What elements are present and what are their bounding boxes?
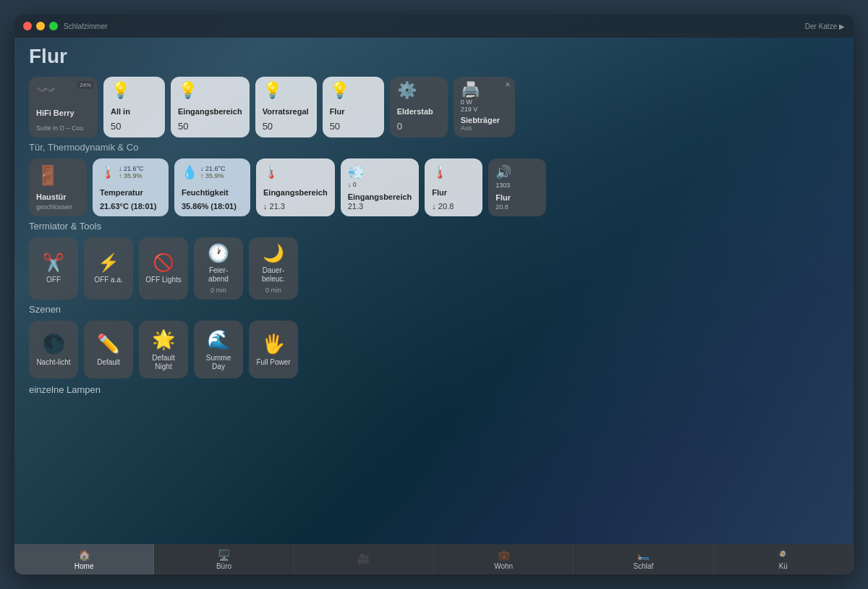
scene-default-night-icon: 🌟 [152,329,175,351]
eingang-hygro-val2: 21.3 [348,202,412,211]
card-vorratsregal[interactable]: 💡 Vorratsregal 50 [255,77,317,137]
flur-sensor-icon: 🔊 [495,164,539,180]
nav-schlaf-label: Schlaf [634,562,654,570]
tool-off-aa-label: OFF a.a. [94,276,122,284]
tool-off-lights-icon: 🚫 [153,253,174,273]
feuch-title: Feuchtigkeit [182,188,243,197]
feuch-icon: 💧 [182,164,197,180]
section-scenes: Szenen [29,304,839,315]
tool-off-aa[interactable]: ⚡ OFF a.a. [84,237,133,300]
hifi-badge: 24% [77,81,93,89]
nav-schlaf-icon: 🛏️ [637,549,650,561]
scene-nachtlicht-icon: 🌑 [42,333,65,355]
main-window: Schlafzimmer Der Katze ▶ Flur 24% 〰️ HiF… [14,14,854,575]
minimize-button[interactable] [36,22,45,30]
vorratsregal-title: Vorratsregal [263,107,310,116]
eingang-hygro-val1: ↓ 0 [348,181,412,188]
nav-wohn[interactable]: 💼 Wohn [434,544,574,575]
eingang-thermo-icon: 🌡️ [263,164,328,180]
card-elderstab[interactable]: ⚙️ Elderstab 0 [390,77,448,137]
main-content: Flur 24% 〰️ HiFi Berry Suite in D – Cou … [14,38,854,544]
tool-off-lights[interactable]: 🚫 OFF Lights [139,237,188,300]
card-flur-light[interactable]: 💡 Flur 50 [323,77,384,137]
card-eingang[interactable]: 💡 Eingangsbereich 50 [171,77,250,137]
feuch-down: ↓ 21.6°C [200,165,226,172]
scene-nachtlicht[interactable]: 🌑 Nacht-licht [29,321,78,378]
temp-title: Temperatur [100,188,161,197]
flur-sensor-val1: 1303 [495,182,539,189]
flur-light-title: Flur [330,107,377,116]
vorratsregal-icon: 💡 [263,82,310,98]
eingang-value: 50 [178,121,242,132]
siebtraeger-badge: ✕ [505,81,511,88]
scene-default[interactable]: ✏️ Default [84,321,133,378]
nav-buero-icon: 🖥️ [218,549,230,561]
haustuer-status: geschlossen [36,203,80,211]
tool-feierabend[interactable]: 🕐 Feier-abend 0 min [194,237,243,300]
tool-dauer-label: Dauer-beleuc. [255,266,292,284]
nav-home[interactable]: 🏠 Home [14,544,154,575]
vorratsregal-value: 50 [263,121,310,132]
hifi-subtitle: Suite in D – Cou [36,124,90,132]
nav-kue-label: Kü [779,562,788,570]
scene-summer-icon: 🌊 [207,329,230,351]
scene-full-power[interactable]: 🖐️ Full Power [249,321,298,378]
flur-light-value: 50 [330,121,377,132]
card-eingang-thermo[interactable]: 🌡️ Eingangsbereich ↓ 21.3 [256,158,335,216]
close-button[interactable] [23,22,32,30]
siebtraeger-volts: 219 V [461,106,508,113]
card-haustuer[interactable]: 🚪 Haustür geschlossen [29,158,87,216]
card-siebtraeger[interactable]: ✕ 🖨️ 0 W 219 V Siebträger Aus [454,77,515,137]
scene-summer-day[interactable]: 🌊 Summe Day [194,321,243,378]
card-temperatur[interactable]: 🌡️ ↓ 21.6°C ↑ 35.9% Temperatur 21.63°C (… [93,158,169,216]
hifi-title: HiFi Berry [36,109,90,117]
card-flur-sensor[interactable]: 🔊 1303 Flur 20.8 [488,158,546,216]
flur-sensor-title: Flur [495,193,539,202]
scene-default-night[interactable]: 🌟 Default Night [139,321,188,378]
tool-dauerbeleuchtung[interactable]: 🌙 Dauer-beleuc. 0 min [249,237,298,300]
scene-full-label: Full Power [256,358,290,367]
temp-down: ↓ 21.6°C [119,165,144,172]
nav-kue[interactable]: 🍳 Kü [714,544,854,575]
feuch-up: ↑ 35.9% [200,172,226,179]
nav-wohn-label: Wohn [494,562,513,570]
flur-thermo-title: Flur [432,188,475,197]
card-eingang-hygro[interactable]: 💨 ↓ 0 Eingangsbereich 21.3 [341,158,420,216]
thermo-row: 🚪 Haustür geschlossen 🌡️ ↓ 21.6°C ↑ 35.9… [29,158,839,216]
tool-off[interactable]: ✂️ OFF [29,237,78,300]
nav-home-label: Home [75,562,94,570]
tool-off-icon: ✂️ [43,253,64,273]
haustuer-title: Haustür [36,192,80,201]
card-hifi[interactable]: 24% 〰️ HiFi Berry Suite in D – Cou [29,77,98,137]
temp-main: 21.63°C (18:01) [100,202,161,211]
elderstab-icon: ⚙️ [397,82,441,98]
scene-summer-label: Summe Day [200,354,237,371]
nav-buero[interactable]: 🖥️ Büro [154,544,294,575]
tool-off-lights-label: OFF Lights [145,276,181,284]
eingang-hygro-title: Eingangsbereich [348,192,412,201]
nav-buero-label: Büro [216,562,231,570]
flur-light-icon: 💡 [330,82,377,98]
allin-value: 50 [111,121,158,132]
tools-row: ✂️ OFF ⚡ OFF a.a. 🚫 OFF Lights 🕐 Feier-a… [29,237,839,300]
flur-thermo-icon: 🌡️ [432,164,475,180]
traffic-lights [23,22,58,30]
scene-nachtlicht-label: Nacht-licht [36,358,70,367]
siebtraeger-icon: 🖨️ [461,82,508,98]
tool-dauer-icon: 🌙 [263,243,284,263]
feuch-main: 35.86% (18:01) [182,202,243,211]
card-flur-thermo[interactable]: 🌡️ Flur ↓ 20.8 [425,158,482,216]
eingang-icon: 💡 [178,82,242,98]
elderstab-value: 0 [397,121,441,132]
siebtraeger-title: Siebträger [461,116,508,124]
card-allin[interactable]: 💡 All in 50 [103,77,165,137]
scenes-row: 🌑 Nacht-licht ✏️ Default 🌟 Default Night… [29,321,839,378]
card-feuchtigkeit[interactable]: 💧 ↓ 21.6°C ↑ 35.9% Feuchtigkeit 35.86% (… [174,158,250,216]
fullscreen-button[interactable] [49,22,58,30]
tool-off-aa-icon: ⚡ [98,253,119,273]
flur-sensor-val2: 20.8 [495,203,539,211]
haustuer-icon: 🚪 [36,164,80,187]
section-thermo: Tür, Thermodynamik & Co [29,142,839,153]
nav-film[interactable]: 🎥 [294,544,434,575]
nav-schlaf[interactable]: 🛏️ Schlaf [574,544,713,575]
